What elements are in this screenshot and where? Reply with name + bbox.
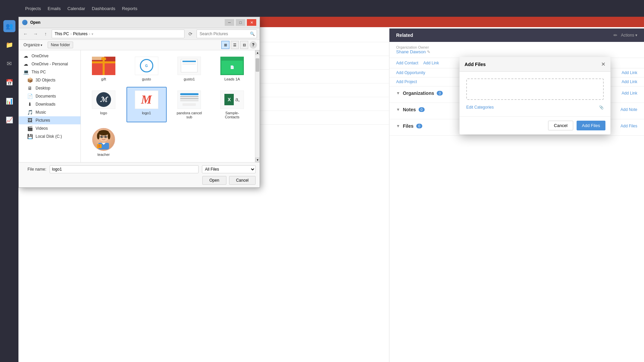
breadcrumb-dropdown[interactable]: ▾	[92, 32, 93, 36]
sidebar-nav-desktop[interactable]: 🖥 Desktop	[19, 84, 80, 92]
forward-button[interactable]: →	[32, 30, 40, 38]
refresh-button[interactable]: ⟳	[186, 30, 195, 38]
breadcrumb-bar: This PC › Pictures › ▾	[52, 29, 184, 38]
new-folder-btn[interactable]: New folder	[48, 42, 73, 48]
add-project-btn[interactable]: Add Project	[396, 79, 417, 84]
sidebar-icon-dashboards[interactable]: 📊	[3, 95, 15, 107]
sidebar-icon-reports[interactable]: 📈	[3, 114, 15, 126]
scroll-down-arrow[interactable]: ▼	[255, 158, 260, 162]
add-contact-btn[interactable]: Add Contact	[396, 61, 418, 65]
file-thumbnail-teacher: ★	[92, 128, 115, 151]
organize-menu[interactable]: Organize	[21, 42, 44, 48]
scroll-up-arrow[interactable]: ▲	[255, 50, 260, 55]
search-input[interactable]	[200, 32, 250, 36]
actions-label[interactable]: Actions ▾	[621, 33, 637, 38]
sidebar-nav-label: 3D Objects	[36, 78, 55, 82]
search-bar: 🔍	[197, 29, 257, 38]
sidebar-nav-this-pc[interactable]: 💻 This PC	[19, 68, 80, 76]
sidebar-nav-downloads[interactable]: ⬇ Downloads	[19, 100, 80, 108]
file-thumbnail-gift	[92, 56, 115, 76]
file-item-gusto1[interactable]: gusto1	[169, 53, 210, 84]
svg-point-7	[106, 136, 106, 137]
up-button[interactable]: ↑	[42, 30, 50, 38]
sidebar-nav-label: OneDrive	[32, 54, 49, 58]
file-item-teacher[interactable]: ★ teacher	[84, 125, 124, 160]
dialog-minimize-btn[interactable]: ─	[225, 19, 234, 26]
edit-categories-link[interactable]: Edit Categories	[466, 105, 494, 110]
svg-point-4	[101, 136, 102, 137]
edit-owner-icon[interactable]: ✎	[427, 50, 430, 54]
sidebar-nav-label: Videos	[36, 126, 48, 131]
sidebar-icon-email[interactable]: ✉	[3, 58, 15, 70]
add-link-btn-3[interactable]: Add Link	[622, 79, 637, 84]
file-item-gusto[interactable]: G gusto	[126, 53, 167, 84]
sidebar-nav-onedrive-personal[interactable]: ☁ OneDrive - Personal	[19, 60, 80, 68]
files-badge: 0	[416, 124, 422, 128]
file-thumbnail-logo1: M	[135, 89, 158, 110]
add-link-org[interactable]: Add Link	[622, 91, 637, 96]
dialog-actions: Open Cancel	[23, 176, 256, 185]
sidebar-icon-calendar[interactable]: 📅	[3, 76, 15, 88]
edit-icon[interactable]: ✏	[613, 33, 618, 38]
help-btn[interactable]: ?	[250, 41, 257, 49]
sidebar-nav-onedrive[interactable]: ☁ OneDrive	[19, 52, 80, 60]
file-item-sample-contacts[interactable]: X a, Sample-Contacts	[212, 87, 252, 122]
file-item-pandora[interactable]: pandora cancel sub	[169, 87, 210, 122]
music-icon: 🎵	[27, 110, 33, 115]
nav-dashboards[interactable]: Dashboards	[92, 6, 115, 11]
back-button[interactable]: ←	[21, 30, 30, 38]
nav-calendar[interactable]: Calendar	[67, 6, 85, 11]
dialog-maximize-btn[interactable]: □	[236, 19, 245, 26]
nav-reports[interactable]: Reports	[122, 6, 138, 11]
sidebar-nav-3d-objects[interactable]: 📦 3D Objects	[19, 76, 80, 84]
add-link-btn-2[interactable]: Add Link	[622, 70, 637, 75]
file-item-gift[interactable]: gift	[84, 53, 124, 84]
dialog-titlebar: Open ─ □ ✕	[19, 17, 260, 28]
modal-close-btn[interactable]: ✕	[601, 61, 605, 67]
sidebar-nav-pictures[interactable]: 🖼 Pictures	[19, 116, 80, 124]
search-icon: 🔍	[250, 32, 255, 36]
dialog-toolbar: ← → ↑ This PC › Pictures › ▾ ⟳ 🔍	[19, 28, 260, 40]
dialog-close-btn[interactable]: ✕	[247, 19, 256, 26]
view-icon-1[interactable]: ⊞	[221, 41, 229, 49]
sidebar-nav-local-disk[interactable]: 💾 Local Disk (C:)	[19, 132, 80, 140]
sidebar-nav-music[interactable]: 🎵 Music	[19, 108, 80, 116]
sidebar-icon-projects[interactable]: 📁	[3, 39, 15, 51]
owner-name[interactable]: Shane Dawson	[396, 49, 426, 54]
breadcrumb-part-1[interactable]: This PC	[55, 32, 69, 36]
nav-projects[interactable]: Projects	[25, 6, 41, 11]
file-item-logo[interactable]: ℳ logo	[84, 87, 124, 122]
nav-emails[interactable]: Emails	[48, 6, 61, 11]
edit-categories-icon[interactable]: 📎	[599, 105, 604, 110]
modal-add-files-btn[interactable]: Add Files	[577, 121, 605, 130]
modal-title: Add Files	[465, 62, 486, 67]
file-item-leads-1a[interactable]: 📄 Leads 1A	[212, 53, 252, 84]
add-note-btn[interactable]: Add Note	[621, 107, 637, 112]
modal-cancel-btn[interactable]: Cancel	[548, 121, 573, 130]
breadcrumb-part-2[interactable]: Pictures	[73, 32, 88, 36]
view-icon-2[interactable]: ☰	[231, 41, 239, 49]
open-button[interactable]: Open	[202, 176, 226, 185]
add-opportunity-btn[interactable]: Add Opportunity	[396, 70, 425, 75]
view-details-btn[interactable]: ⊟	[240, 41, 248, 49]
sidebar-nav-documents[interactable]: 📄 Documents	[19, 92, 80, 100]
file-name-field[interactable]	[50, 165, 199, 173]
orgs-badge: 0	[437, 91, 443, 96]
scroll-thumb[interactable]	[256, 58, 259, 72]
modal-drop-area[interactable]	[466, 78, 604, 100]
add-files-btn[interactable]: Add Files	[621, 124, 637, 128]
file-type-select[interactable]: All Files	[202, 165, 256, 173]
sidebar-nav-label: Music	[36, 110, 46, 115]
file-thumbnail-leads-1a: 📄	[220, 56, 244, 76]
sidebar-icon-contacts[interactable]: 👥	[3, 20, 15, 32]
dialog-bottom: File name: All Files Open Cancel	[19, 162, 260, 187]
file-item-logo1[interactable]: M logo1	[126, 87, 167, 122]
add-files-modal: Add Files ✕ Edit Categories 📎 Cancel Add…	[460, 57, 610, 134]
add-link-btn-1[interactable]: Add Link	[423, 61, 439, 65]
notes-badge: 0	[419, 107, 425, 112]
dialog-sidebar: ☁ OneDrive ☁ OneDrive - Personal 💻 This …	[19, 50, 81, 162]
sidebar-nav-videos[interactable]: 🎬 Videos	[19, 124, 80, 132]
owner-section: Organization Owner Shane Dawson ✎	[389, 42, 644, 58]
dialog-cancel-button[interactable]: Cancel	[229, 176, 256, 185]
breadcrumb-sep-1: ›	[70, 32, 72, 36]
